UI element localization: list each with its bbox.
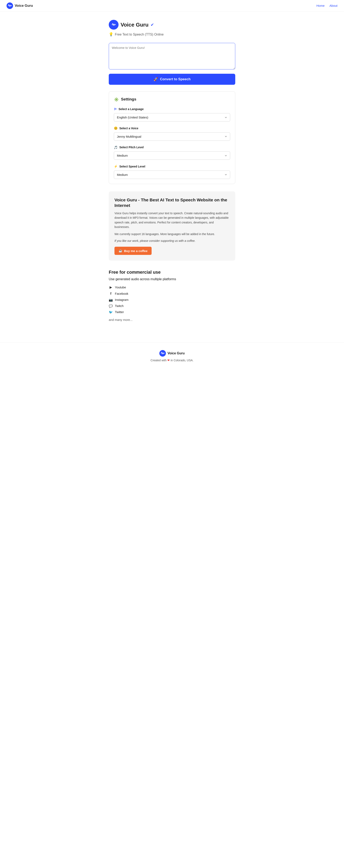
voice-group: 😊 Select a Voice Jenny Multilingual Guy … bbox=[114, 126, 230, 141]
twitter-icon: 🐦 bbox=[109, 310, 113, 315]
hero-title: Voice Guru bbox=[121, 21, 148, 29]
pitch-group: 🎵 Select Pitch Level Low Medium High bbox=[114, 145, 230, 160]
buy-coffee-button[interactable]: ☕ Buy me a coffee bbox=[114, 247, 151, 255]
hero-logo bbox=[109, 20, 118, 30]
youtube-icon: ▶ bbox=[109, 285, 113, 290]
rocket-icon: 🚀 bbox=[153, 77, 158, 82]
verified-badge: ✔ bbox=[150, 22, 154, 28]
platform-name-twitch: Twitch bbox=[115, 304, 124, 308]
settings-title: Settings bbox=[121, 96, 136, 102]
hero-subtitle: 💡 Free Text to Speech (TTS) Online bbox=[109, 32, 164, 37]
list-item: ▶ Youtube bbox=[109, 285, 235, 290]
lightning-icon: ⚡ bbox=[114, 164, 118, 169]
settings-card: ✳️ Settings 🏳 Select a Language English … bbox=[109, 91, 235, 184]
face-icon: 😊 bbox=[114, 126, 118, 131]
language-group: 🏳 Select a Language English (United Stat… bbox=[114, 107, 230, 122]
footer-brand: Voice Guru bbox=[4, 350, 340, 356]
hero-title-row: Voice Guru ✔ bbox=[109, 20, 154, 30]
speed-group: ⚡ Select Speed Level Slow Medium Fast bbox=[114, 164, 230, 179]
list-item: 📷 Instagram bbox=[109, 298, 235, 303]
navbar-brand[interactable]: Voice Guru bbox=[6, 2, 33, 9]
speed-label-row: ⚡ Select Speed Level bbox=[114, 164, 230, 169]
footer: Voice Guru Created with ❤ in Colorado, U… bbox=[0, 342, 344, 368]
footer-tagline: Created with ❤ in Colorado, USA. bbox=[4, 358, 340, 363]
platform-list: ▶ Youtube f Facebook 📷 Instagram 💬 Twitc… bbox=[109, 285, 235, 315]
language-label-row: 🏳 Select a Language bbox=[114, 107, 230, 112]
platform-name-youtube: Youtube bbox=[115, 285, 126, 290]
settings-header: ✳️ Settings bbox=[114, 96, 230, 102]
convert-button[interactable]: 🚀 Convert to Speech bbox=[109, 74, 235, 85]
twitch-icon: 💬 bbox=[109, 304, 113, 309]
nav-home-link[interactable]: Home bbox=[316, 3, 324, 8]
footer-logo bbox=[159, 350, 166, 356]
settings-sparkle-icon: ✳️ bbox=[114, 96, 119, 102]
navbar-title: Voice Guru bbox=[15, 3, 33, 8]
about-title: Voice Guru - The Best AI Text to Speech … bbox=[114, 197, 230, 208]
speed-label: Select Speed Level bbox=[119, 164, 145, 169]
about-paragraph-2: We currently support 16 languages. More … bbox=[114, 232, 230, 236]
footer-brand-name: Voice Guru bbox=[168, 351, 185, 356]
platform-name-instagram: Instagram bbox=[115, 298, 129, 302]
platform-name-twitter: Twitter bbox=[115, 310, 124, 314]
about-paragraph-1: Voice Guru helps instantly convert your … bbox=[114, 211, 230, 229]
about-section: Voice Guru - The Best AI Text to Speech … bbox=[109, 191, 235, 261]
buy-coffee-label: Buy me a coffee bbox=[124, 249, 147, 253]
language-select[interactable]: English (United States) Spanish French G… bbox=[114, 113, 230, 122]
list-item: 💬 Twitch bbox=[109, 304, 235, 309]
main-container: Voice Guru ✔ 💡 Free Text to Speech (TTS)… bbox=[105, 12, 239, 342]
platform-name-facebook: Facebook bbox=[115, 291, 128, 296]
hero-waveform-icon bbox=[112, 23, 116, 27]
list-item: f Facebook bbox=[109, 291, 235, 296]
flag-icon: 🏳 bbox=[114, 107, 117, 112]
footer-waveform-icon bbox=[161, 351, 165, 355]
facebook-icon: f bbox=[109, 291, 113, 296]
commercial-subtitle: Use generated audio across multiple plat… bbox=[109, 277, 235, 282]
voice-label-row: 😊 Select a Voice bbox=[114, 126, 230, 131]
coffee-icon: ☕ bbox=[118, 249, 123, 253]
text-input[interactable] bbox=[109, 43, 235, 69]
heart-icon: ❤ bbox=[167, 359, 170, 362]
navbar: Voice Guru Home About bbox=[0, 0, 344, 12]
hero-section: Voice Guru ✔ 💡 Free Text to Speech (TTS)… bbox=[109, 20, 235, 37]
instagram-icon: 📷 bbox=[109, 298, 113, 303]
about-italic-text: If you like our work, please consider su… bbox=[114, 239, 230, 243]
pitch-label-row: 🎵 Select Pitch Level bbox=[114, 145, 230, 150]
commercial-title: Free for commercial use bbox=[109, 269, 235, 276]
voice-select[interactable]: Jenny Multilingual Guy Aria Davis Jane J… bbox=[114, 132, 230, 141]
language-label: Select a Language bbox=[118, 107, 144, 111]
pitch-select[interactable]: Low Medium High bbox=[114, 151, 230, 160]
speed-select[interactable]: Slow Medium Fast bbox=[114, 170, 230, 179]
bulb-icon: 💡 bbox=[109, 32, 113, 37]
commercial-section: Free for commercial use Use generated au… bbox=[109, 269, 235, 322]
list-item: 🐦 Twitter bbox=[109, 310, 235, 315]
nav-about-link[interactable]: About bbox=[330, 3, 338, 8]
navbar-nav: Home About bbox=[316, 3, 338, 8]
convert-button-label: Convert to Speech bbox=[160, 77, 191, 81]
voice-label: Select a Voice bbox=[119, 126, 138, 130]
hero-subtitle-text: Free Text to Speech (TTS) Online bbox=[115, 32, 164, 37]
navbar-logo bbox=[6, 2, 13, 9]
pitch-label: Select Pitch Level bbox=[119, 145, 144, 150]
navbar-waveform-icon bbox=[8, 4, 12, 8]
and-more-text: and many more... bbox=[109, 318, 235, 322]
music-note-icon: 🎵 bbox=[114, 145, 118, 150]
